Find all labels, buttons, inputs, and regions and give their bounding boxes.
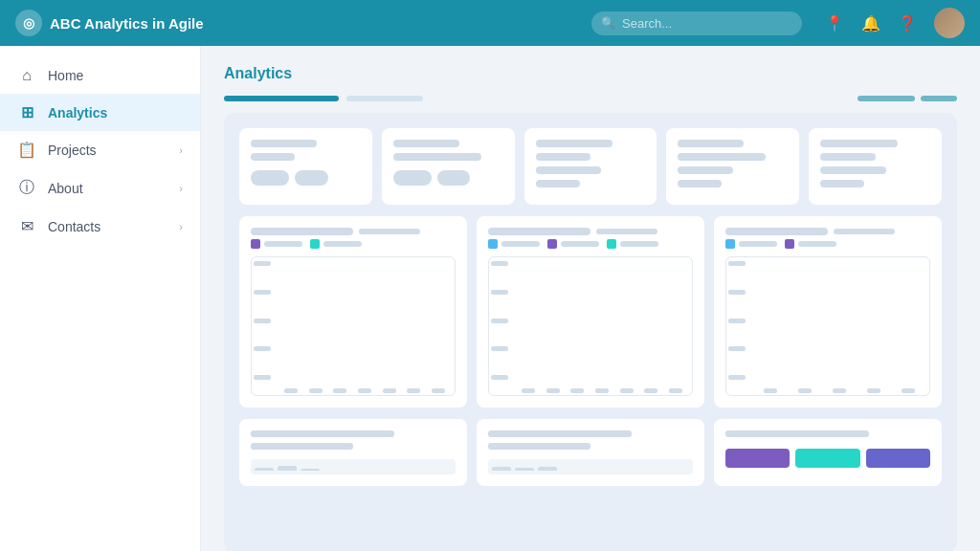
topnav: ◎ ABC Analytics in Agile 🔍 📍 🔔 ❓ bbox=[0, 0, 980, 46]
sidebar-item-home[interactable]: ⌂ Home bbox=[0, 57, 200, 94]
sidebar-label-home: Home bbox=[48, 68, 83, 83]
legend-label bbox=[501, 241, 540, 247]
legend-label bbox=[798, 241, 836, 247]
x-label bbox=[902, 388, 915, 393]
stat-card-2 bbox=[382, 128, 515, 205]
x-label bbox=[644, 388, 657, 393]
card-line bbox=[678, 153, 766, 161]
bottom-chart-stub bbox=[251, 459, 456, 474]
help-icon[interactable]: ❓ bbox=[898, 14, 917, 33]
card-btn[interactable] bbox=[251, 170, 289, 186]
tab-inactive[interactable] bbox=[346, 96, 423, 101]
analytics-icon: ⊞ bbox=[17, 103, 36, 121]
card-btn[interactable] bbox=[393, 170, 432, 186]
sidebar-item-about[interactable]: ⓘ About › bbox=[0, 168, 200, 208]
card-line bbox=[536, 166, 602, 174]
card-btn[interactable] bbox=[295, 170, 327, 186]
page-title: Analytics bbox=[224, 65, 957, 82]
about-chevron-icon: › bbox=[179, 183, 183, 194]
chart-title-row-1 bbox=[251, 228, 456, 235]
projects-icon: 📋 bbox=[17, 141, 36, 159]
y-label bbox=[491, 319, 508, 323]
y-label bbox=[491, 261, 508, 266]
search-input[interactable] bbox=[591, 11, 802, 35]
tab-bar bbox=[224, 96, 957, 101]
bottom-line bbox=[488, 443, 590, 450]
bottom-tabs bbox=[725, 449, 930, 468]
sidebar-item-contacts[interactable]: ✉ Contacts › bbox=[0, 208, 200, 245]
card-line bbox=[678, 166, 732, 174]
projects-chevron-icon: › bbox=[179, 144, 183, 156]
nav-icons: 📍 🔔 ❓ bbox=[825, 8, 965, 38]
legend-item bbox=[607, 239, 658, 249]
bottom-tab-1[interactable] bbox=[725, 449, 790, 468]
logo-icon: ◎ bbox=[15, 10, 42, 36]
y-label bbox=[254, 319, 271, 323]
legend-label bbox=[561, 241, 599, 247]
card-line bbox=[536, 180, 580, 187]
legend-label bbox=[620, 241, 658, 247]
sidebar-label-analytics: Analytics bbox=[48, 105, 107, 121]
stub-bar bbox=[278, 466, 297, 471]
chart-legend-3 bbox=[725, 239, 930, 249]
sidebar-label-about: About bbox=[48, 181, 83, 196]
chart-area-3 bbox=[725, 256, 930, 396]
x-label bbox=[833, 388, 846, 393]
stub-bar bbox=[538, 467, 557, 471]
chart-title-line bbox=[251, 228, 353, 235]
legend-label bbox=[264, 241, 302, 247]
bottom-tab-3[interactable] bbox=[866, 449, 930, 468]
sidebar-item-analytics[interactable]: ⊞ Analytics bbox=[0, 94, 200, 131]
legend-dot-blue bbox=[725, 239, 735, 249]
y-label bbox=[728, 261, 746, 266]
legend-dot-purple bbox=[251, 239, 260, 249]
card-btn[interactable] bbox=[437, 170, 470, 186]
x-label bbox=[522, 388, 535, 393]
y-label bbox=[254, 290, 271, 295]
chart-x-labels bbox=[753, 388, 925, 393]
card-line bbox=[820, 166, 886, 174]
card-line bbox=[820, 140, 897, 147]
bottom-row bbox=[239, 419, 942, 486]
location-icon[interactable]: 📍 bbox=[825, 14, 844, 33]
about-icon: ⓘ bbox=[17, 178, 36, 198]
legend-dot-purple bbox=[547, 239, 557, 249]
avatar[interactable] bbox=[934, 8, 965, 38]
card-line bbox=[678, 180, 722, 187]
bottom-line bbox=[725, 430, 869, 437]
app-title: ABC Analytics in Agile bbox=[50, 15, 204, 32]
chart-legend-1 bbox=[251, 239, 456, 249]
x-label bbox=[798, 388, 812, 393]
stat-card-4 bbox=[666, 128, 799, 205]
chart-sub-line bbox=[596, 229, 657, 234]
bell-icon[interactable]: 🔔 bbox=[861, 14, 880, 33]
x-label bbox=[309, 388, 323, 393]
bottom-tab-2[interactable] bbox=[795, 449, 859, 468]
stub-bar bbox=[301, 469, 320, 471]
charts-row bbox=[239, 216, 942, 408]
card-line bbox=[251, 140, 317, 147]
y-label bbox=[728, 319, 746, 323]
chart-card-3 bbox=[714, 216, 942, 408]
sidebar-item-projects[interactable]: 📋 Projects › bbox=[0, 131, 200, 168]
tab-active[interactable] bbox=[224, 96, 339, 101]
legend-dot-purple bbox=[785, 239, 794, 249]
legend-dot-blue bbox=[488, 239, 498, 249]
tab-control-2[interactable] bbox=[921, 96, 957, 101]
card-line bbox=[393, 140, 459, 147]
card-btn-row bbox=[251, 170, 361, 186]
bottom-chart-stub bbox=[488, 459, 693, 474]
legend-item bbox=[785, 239, 836, 249]
chart-legend-2 bbox=[488, 239, 693, 249]
stub-bar bbox=[492, 467, 511, 471]
chart-title-row-2 bbox=[488, 228, 693, 235]
chart-sub-line bbox=[834, 229, 895, 234]
legend-dot-teal bbox=[607, 239, 616, 249]
x-label bbox=[764, 388, 777, 393]
legend-dot-teal bbox=[310, 239, 320, 249]
x-label bbox=[432, 388, 445, 393]
tab-control-1[interactable] bbox=[858, 96, 915, 101]
stat-card-5 bbox=[809, 128, 942, 205]
legend-item bbox=[725, 239, 777, 249]
chart-card-2 bbox=[477, 216, 704, 408]
